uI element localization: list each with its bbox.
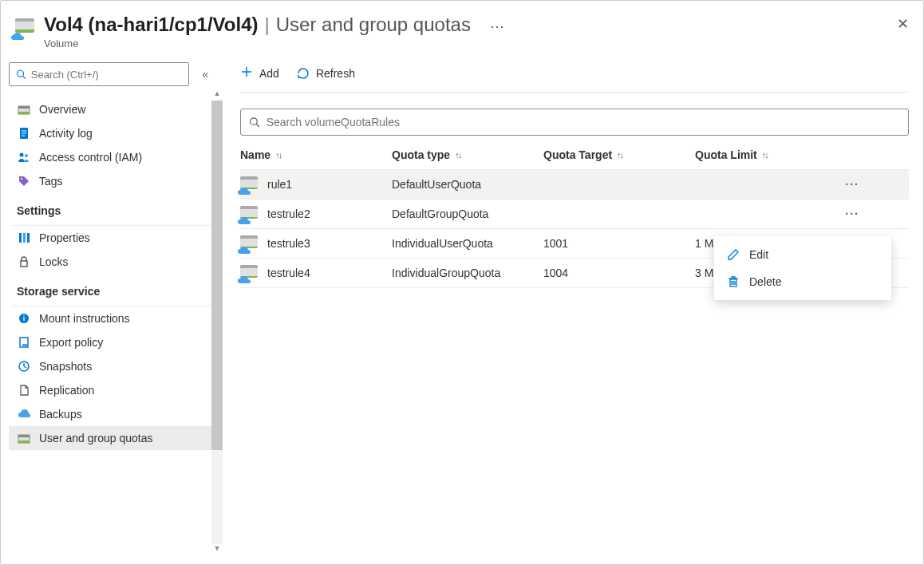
refresh-icon	[297, 67, 310, 80]
replication-icon	[17, 384, 31, 397]
export-icon	[17, 336, 31, 349]
page-title: User and group quotas	[276, 14, 471, 36]
nav-label: Tags	[39, 175, 63, 188]
cell-quota-target: 1004	[543, 267, 695, 279]
title-separator: |	[265, 14, 270, 36]
collapse-sidebar-button[interactable]: «	[197, 68, 213, 81]
close-button[interactable]: ✕	[897, 15, 909, 33]
svg-rect-15	[21, 261, 27, 267]
resource-title: Vol4 (na-hari1/cp1/Vol4)	[44, 14, 259, 36]
col-quota-target[interactable]: Quota Target↑↓	[543, 148, 695, 161]
svg-rect-24	[18, 435, 30, 437]
properties-icon	[17, 231, 31, 244]
sidebar: « OverviewActivity logAccess control (IA…	[1, 56, 216, 563]
context-edit[interactable]: Edit	[714, 241, 891, 268]
nav-label: Snapshots	[39, 360, 92, 373]
nav-label: Locks	[39, 255, 69, 268]
volume-icon	[240, 265, 259, 281]
activity-icon	[17, 127, 31, 140]
command-bar: Add Refresh	[240, 62, 909, 92]
sidebar-item-overview[interactable]: Overview	[9, 97, 216, 121]
cell-name: testrule3	[267, 237, 310, 250]
col-name[interactable]: Name↑↓	[240, 148, 392, 161]
sidebar-search[interactable]	[9, 62, 189, 86]
sort-icon: ↑↓	[455, 150, 460, 160]
sidebar-item-mount-instructions[interactable]: iMount instructions	[9, 306, 216, 330]
resource-type-label: Volume	[44, 38, 504, 49]
sort-icon: ↑↓	[275, 150, 281, 160]
row-actions-button[interactable]: ···	[831, 207, 863, 220]
row-context-menu: Edit Delete	[714, 236, 891, 300]
table-row[interactable]: rule1DefaultUserQuota···	[240, 169, 909, 199]
svg-text:i: i	[23, 314, 26, 322]
svg-point-11	[21, 178, 22, 180]
header-more-button[interactable]: ⋯	[490, 18, 504, 35]
sidebar-search-input[interactable]	[31, 69, 182, 81]
svg-rect-13	[23, 233, 26, 243]
mount-icon: i	[17, 312, 31, 325]
nav-label: Activity log	[39, 127, 93, 140]
volume-icon	[240, 235, 259, 251]
sidebar-item-backups[interactable]: Backups	[9, 402, 216, 426]
sidebar-item-properties[interactable]: Properties	[9, 226, 216, 250]
snapshots-icon	[17, 360, 31, 373]
nav-label: Mount instructions	[39, 312, 130, 325]
sidebar-item-access-control-iam-[interactable]: Access control (IAM)	[9, 145, 216, 169]
delete-icon	[727, 275, 740, 288]
sidebar-item-replication[interactable]: Replication	[9, 378, 216, 402]
section-settings: Settings	[9, 193, 216, 222]
sort-icon: ↑↓	[762, 150, 768, 160]
col-quota-limit[interactable]: Quota Limit↑↓	[695, 148, 831, 161]
svg-rect-3	[18, 106, 30, 109]
search-icon	[16, 69, 26, 80]
col-quota-type[interactable]: Quota type↑↓	[392, 148, 543, 161]
svg-point-9	[20, 153, 24, 157]
svg-line-1	[23, 76, 26, 78]
cell-name: testrule4	[267, 267, 310, 279]
volume-icon	[240, 176, 259, 192]
cell-quota-type: DefaultGroupQuota	[392, 207, 543, 220]
nav-label: Overview	[39, 103, 85, 116]
svg-line-29	[256, 124, 259, 127]
nav-label: Replication	[39, 384, 94, 397]
refresh-button[interactable]: Refresh	[297, 67, 355, 80]
nav-label: Export policy	[39, 336, 103, 349]
row-actions-button[interactable]: ···	[831, 178, 863, 191]
svg-point-28	[251, 118, 258, 125]
main-content: Add Refresh Name↑↓ Quota type↑↓ Quota Ta…	[216, 56, 923, 563]
table-search-input[interactable]	[267, 116, 900, 128]
sidebar-item-export-policy[interactable]: Export policy	[9, 330, 216, 354]
nav-label: User and group quotas	[39, 432, 152, 444]
page-header: Vol4 (na-hari1/cp1/Vol4) | User and grou…	[1, 1, 923, 56]
svg-point-10	[25, 154, 28, 157]
sidebar-item-activity-log[interactable]: Activity log	[9, 121, 216, 145]
add-label: Add	[259, 67, 279, 80]
quotas-icon	[17, 432, 31, 444]
sidebar-item-user-and-group-quotas[interactable]: User and group quotas	[9, 426, 216, 450]
cell-quota-type: IndividualGroupQuota	[392, 267, 543, 279]
table-search[interactable]	[240, 109, 909, 136]
cell-quota-target: 1001	[543, 237, 695, 250]
svg-rect-14	[27, 233, 30, 243]
table-row[interactable]: testrule2DefaultGroupQuota···	[240, 199, 909, 228]
iam-icon	[17, 151, 31, 164]
svg-point-0	[18, 70, 24, 77]
nav-label: Properties	[39, 231, 90, 244]
sidebar-item-locks[interactable]: Locks	[9, 250, 216, 274]
context-delete[interactable]: Delete	[714, 268, 891, 295]
sidebar-item-snapshots[interactable]: Snapshots	[9, 354, 216, 378]
nav-label: Backups	[39, 408, 82, 421]
add-button[interactable]: Add	[240, 65, 279, 81]
cell-quota-type: DefaultUserQuota	[392, 178, 543, 191]
refresh-label: Refresh	[316, 67, 355, 80]
table-header: Name↑↓ Quota type↑↓ Quota Target↑↓ Quota…	[240, 140, 909, 169]
plus-icon	[240, 65, 253, 78]
svg-rect-4	[18, 112, 30, 114]
locks-icon	[17, 255, 31, 268]
svg-line-22	[24, 366, 26, 368]
sidebar-item-tags[interactable]: Tags	[9, 169, 216, 193]
nav-label: Access control (IAM)	[39, 151, 142, 164]
section-storage: Storage service	[9, 274, 216, 302]
svg-rect-25	[18, 441, 30, 443]
backups-icon	[17, 408, 31, 421]
